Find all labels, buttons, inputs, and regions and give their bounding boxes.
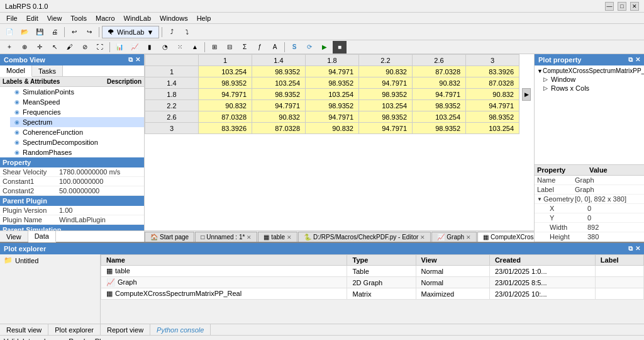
table-cell[interactable]: 98.9352 (306, 77, 359, 89)
nav-button[interactable]: ⛶ (93, 41, 107, 54)
function-button[interactable]: ƒ (253, 41, 267, 54)
tab-data[interactable]: Data (28, 231, 56, 242)
eraser-button[interactable]: ⊘ (78, 41, 92, 54)
tree-item-simulation-points[interactable]: ◉ SimulationPoints (10, 87, 144, 97)
tab-compute[interactable]: ▦ ComputeXCrossSpectrumMatrixPP_Real ✕ (477, 232, 534, 242)
unnamed-close[interactable]: ✕ (247, 234, 252, 241)
table-cell[interactable]: 94.7971 (359, 123, 413, 134)
pie-button[interactable]: ◔ (158, 41, 172, 54)
status-tab-python[interactable]: Python console (150, 324, 211, 335)
table-cell[interactable]: 94.7971 (199, 89, 252, 100)
undo-button[interactable]: ↩ (67, 26, 81, 38)
export-button[interactable]: ⤴ (165, 26, 179, 38)
stop-button[interactable]: ■ (333, 41, 347, 54)
chart-button[interactable]: 📊 (113, 41, 126, 54)
windlab-dropdown[interactable]: 🌪 WindLab ▼ (102, 26, 159, 38)
line-chart-button[interactable]: 📈 (128, 41, 142, 54)
minimize-button[interactable]: — (605, 2, 614, 11)
table-cell[interactable]: 103.254 (306, 89, 359, 100)
table-cell[interactable]: 98.9352 (252, 89, 306, 100)
right-tree-window[interactable]: ▷ Window (536, 75, 643, 84)
tree-item-frequencies[interactable]: ◉ Frequencies (10, 107, 144, 117)
close-button[interactable]: ✕ (630, 2, 639, 11)
table-cell[interactable]: 94.7971 (359, 77, 413, 89)
table-cell[interactable]: 103.254 (413, 111, 466, 123)
window-controls[interactable]: — □ ✕ (605, 2, 639, 11)
bottom-table-row[interactable]: 📈Graph2D GraphNormal23/01/2025 8:5... (101, 277, 644, 288)
crosshair-button[interactable]: ⊕ (18, 41, 31, 54)
menu-macro[interactable]: Macro (92, 13, 119, 23)
add-button[interactable]: + (3, 41, 16, 54)
graph-close[interactable]: ✕ (466, 234, 471, 241)
tree-item-coherence[interactable]: ◉ CoherenceFunction (10, 127, 144, 137)
table-close[interactable]: ✕ (287, 234, 292, 241)
table-cell[interactable]: 98.9352 (359, 89, 413, 100)
tab-view[interactable]: View (0, 231, 28, 242)
tree-item-decomposition[interactable]: ◉ SpectrumDecomposition (10, 137, 144, 147)
sigma-button[interactable]: Σ (238, 41, 252, 54)
table-cell[interactable]: 94.7971 (306, 66, 359, 77)
panel-close-icon[interactable]: ✕ (135, 56, 140, 64)
status-tab-result[interactable]: Result view (0, 324, 48, 335)
tree-item-mean-speed[interactable]: ◉ MeanSpeed (10, 97, 144, 107)
right-tree-rows-cols[interactable]: ▷ Rows x Cols (536, 84, 643, 93)
table-cell[interactable]: 83.3926 (466, 66, 519, 77)
right-tree-compute[interactable]: ▼ ComputeXCrossSpectrumMatrixPP_Real (536, 67, 643, 75)
tab-tasks[interactable]: Tasks (32, 65, 63, 76)
table-cell[interactable]: 87.0328 (252, 123, 306, 134)
table-cell[interactable]: 94.7971 (466, 100, 519, 111)
table-cell[interactable]: 90.832 (252, 111, 306, 123)
bottom-float-icon[interactable]: ⧉ (628, 245, 633, 252)
table-cell[interactable]: 98.9352 (199, 77, 252, 89)
connect-button[interactable]: S (287, 41, 301, 54)
menu-windlab[interactable]: WindLab (120, 13, 155, 23)
table-cell[interactable]: 90.832 (466, 89, 519, 100)
menu-windows[interactable]: Windows (156, 13, 192, 23)
open-button[interactable]: 📂 (18, 26, 31, 38)
table-cell[interactable]: 103.254 (466, 123, 519, 134)
status-tab-report[interactable]: Report view (101, 324, 150, 335)
menu-view[interactable]: View (43, 13, 66, 23)
table-cell[interactable]: 98.9352 (413, 123, 466, 134)
matrix-button[interactable]: ⊟ (223, 41, 236, 54)
tree-item-spectrum[interactable]: ◉ Spectrum (10, 117, 144, 127)
bottom-table-row[interactable]: ▦ComputeXCrossSpectrumMatrixPP_RealMatri… (101, 288, 644, 300)
tab-unnamed[interactable]: □ Unnamed : 1* ✕ (195, 232, 257, 242)
paint-button[interactable]: 🖌 (63, 41, 77, 54)
table-cell[interactable]: 87.0328 (413, 66, 466, 77)
scroll-right-arrow[interactable]: ▶ (522, 88, 531, 101)
redo-button[interactable]: ↪ (82, 26, 96, 38)
table-cell[interactable]: 98.9352 (306, 100, 359, 111)
table-cell[interactable]: 87.0328 (199, 111, 252, 123)
tab-start-page[interactable]: 🏠 Start page (145, 232, 194, 242)
bottom-table-row[interactable]: ▦tableTableNormal23/01/2025 1:0... (101, 266, 644, 277)
text-button[interactable]: A (268, 41, 282, 54)
menu-tools[interactable]: Tools (67, 13, 91, 23)
bottom-tree-untitled[interactable]: 📁 Untitled (1, 256, 99, 265)
table-cell[interactable]: 90.832 (306, 123, 359, 134)
tab-editor[interactable]: 🐍 D:/RPS/Macros/CheckPDF.py - Editor ✕ (298, 232, 431, 242)
table-cell[interactable]: 90.832 (199, 100, 252, 111)
table-cell[interactable]: 103.254 (199, 66, 252, 77)
table-cell[interactable]: 94.7971 (413, 89, 466, 100)
menu-help[interactable]: Help (193, 13, 215, 23)
cycle-button[interactable]: ⟳ (303, 41, 316, 54)
table-cell[interactable]: 83.3926 (199, 123, 252, 134)
table-cell[interactable]: 90.832 (413, 77, 466, 89)
tab-table[interactable]: ▦ table ✕ (258, 232, 297, 242)
table-cell[interactable]: 94.7971 (306, 111, 359, 123)
table-cell[interactable]: 90.832 (359, 66, 413, 77)
menu-file[interactable]: File (3, 13, 21, 23)
table-cell[interactable]: 98.9352 (413, 100, 466, 111)
table-cell[interactable]: 98.9352 (466, 111, 519, 123)
right-panel-float-icon[interactable]: ⧉ (628, 56, 633, 64)
menu-edit[interactable]: Edit (23, 13, 42, 23)
table-cell[interactable]: 98.9352 (359, 111, 413, 123)
run-button[interactable]: ▶ (318, 41, 331, 54)
scatter-button[interactable]: ⁙ (173, 41, 187, 54)
print-button[interactable]: 🖨 (48, 26, 62, 38)
area-button[interactable]: ▲ (188, 41, 202, 54)
status-tab-plot[interactable]: Plot explorer (48, 324, 101, 335)
bottom-close-icon[interactable]: ✕ (635, 245, 640, 252)
new-button[interactable]: 📄 (3, 26, 16, 38)
